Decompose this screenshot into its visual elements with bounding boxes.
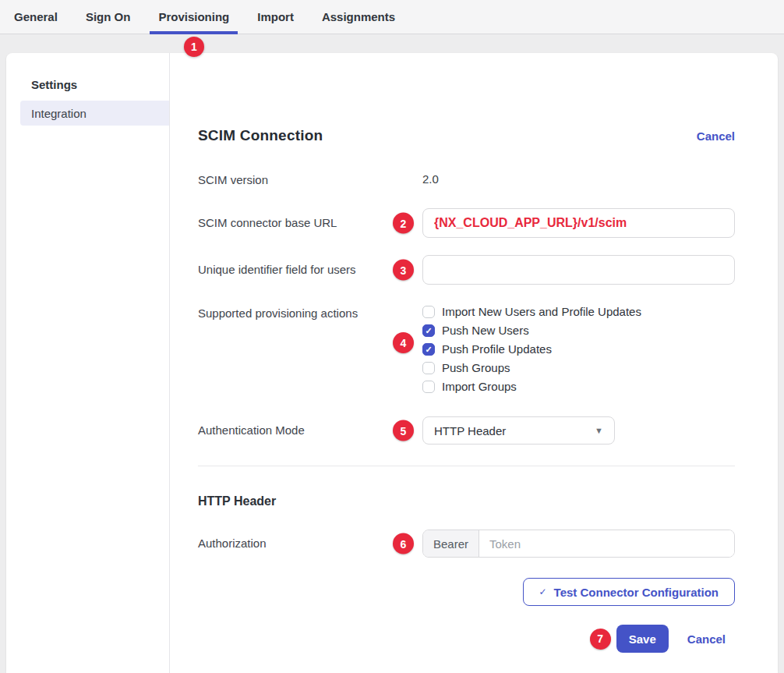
tab-import[interactable]: Import xyxy=(249,0,302,34)
unique-id-label: Unique identifier field for users xyxy=(198,255,422,278)
authorization-label: Authorization xyxy=(198,530,422,551)
panel-header: SCIM Connection Cancel xyxy=(198,127,735,144)
tab-assignments[interactable]: Assignments xyxy=(313,0,404,34)
scim-version-label: SCIM version xyxy=(198,172,422,188)
scim-version-value: 2.0 xyxy=(422,172,439,186)
bearer-prefix: Bearer xyxy=(423,530,479,557)
checkbox-label: Push Groups xyxy=(442,362,510,374)
step-badge-6: 6 xyxy=(393,533,414,554)
test-connector-row: ✓ Test Connector Configuration xyxy=(198,578,735,606)
checkbox-row-push-new-users[interactable]: Push New Users xyxy=(422,324,735,337)
authorization-row: Authorization 6 Bearer xyxy=(198,530,735,558)
test-connector-label: Test Connector Configuration xyxy=(554,586,719,599)
step-badge-7: 7 xyxy=(590,629,611,650)
checkbox-label: Import Groups xyxy=(442,381,517,393)
checkbox-label: Push New Users xyxy=(442,324,529,337)
checkbox-import-new-users[interactable] xyxy=(422,306,435,318)
cancel-link-top[interactable]: Cancel xyxy=(697,129,735,143)
provisioning-actions-label: Supported provisioning actions xyxy=(198,306,422,321)
base-url-input[interactable] xyxy=(422,208,735,238)
section-divider xyxy=(198,466,735,466)
check-icon: ✓ xyxy=(539,586,547,597)
scim-connection-form: SCIM Connection Cancel SCIM version 2.0 … xyxy=(170,53,778,673)
sidebar-header: Settings xyxy=(31,78,169,91)
step-badge-4: 4 xyxy=(393,332,414,353)
auth-mode-row: Authentication Mode 5 HTTP Header ▼ xyxy=(198,416,735,445)
test-connector-button[interactable]: ✓ Test Connector Configuration xyxy=(523,578,735,606)
auth-mode-label: Authentication Mode xyxy=(198,416,422,438)
checkbox-label: Import New Users and Profile Updates xyxy=(442,306,641,318)
sidebar-item-integration[interactable]: Integration xyxy=(20,101,169,126)
unique-id-input[interactable] xyxy=(422,255,735,285)
auth-mode-selected-value: HTTP Header xyxy=(434,424,506,437)
chevron-down-icon: ▼ xyxy=(595,426,603,435)
base-url-label: SCIM connector base URL xyxy=(198,208,422,231)
checkbox-import-groups[interactable] xyxy=(422,381,435,393)
page-title: SCIM Connection xyxy=(198,127,323,144)
settings-sidebar: Settings Integration xyxy=(6,53,170,673)
app-tabbar: General Sign On Provisioning 1 Import As… xyxy=(0,0,784,34)
authorization-input-group: Bearer xyxy=(422,530,735,558)
http-header-section-title: HTTP Header xyxy=(198,494,735,508)
form-footer: 7 Save Cancel xyxy=(198,625,735,653)
auth-mode-select[interactable]: HTTP Header ▼ xyxy=(422,416,615,445)
checkbox-row-push-groups[interactable]: Push Groups xyxy=(422,362,735,374)
tab-provisioning[interactable]: Provisioning 1 xyxy=(150,0,238,34)
step-badge-2: 2 xyxy=(393,213,414,234)
provisioning-card: Settings Integration SCIM Connection Can… xyxy=(6,53,778,673)
checkbox-push-profile-updates[interactable] xyxy=(422,343,435,356)
tab-sign-on[interactable]: Sign On xyxy=(77,0,139,34)
provisioning-actions-row: Supported provisioning actions 4 Import … xyxy=(198,306,735,393)
step-badge-5: 5 xyxy=(393,420,414,441)
checkbox-push-groups[interactable] xyxy=(422,362,435,374)
checkbox-row-import-new-users[interactable]: Import New Users and Profile Updates xyxy=(422,306,735,318)
base-url-row: SCIM connector base URL 2 xyxy=(198,208,735,238)
checkbox-push-new-users[interactable] xyxy=(422,324,435,337)
scim-version-row: SCIM version 2.0 xyxy=(198,172,735,188)
step-badge-1: 1 xyxy=(184,37,204,57)
cancel-link-bottom[interactable]: Cancel xyxy=(687,632,726,646)
checkbox-row-import-groups[interactable]: Import Groups xyxy=(422,381,735,393)
tab-general[interactable]: General xyxy=(5,0,66,34)
checkbox-label: Push Profile Updates xyxy=(442,343,552,356)
step-badge-3: 3 xyxy=(393,260,414,281)
tab-provisioning-label: Provisioning xyxy=(158,10,229,23)
unique-id-row: Unique identifier field for users 3 xyxy=(198,255,735,285)
token-input[interactable] xyxy=(479,530,734,557)
checkbox-row-push-profile-updates[interactable]: Push Profile Updates xyxy=(422,343,735,356)
save-button[interactable]: Save xyxy=(616,625,669,653)
